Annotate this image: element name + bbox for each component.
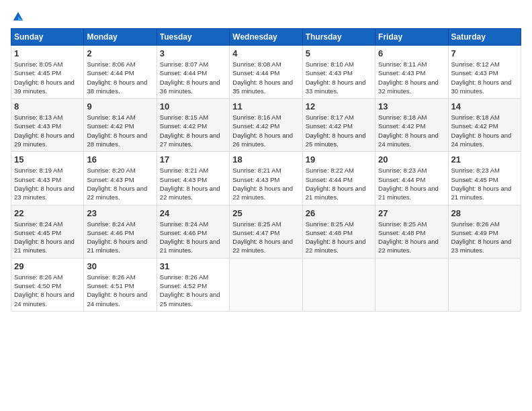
sunrise-label: Sunrise: 8:19 AM [14, 167, 62, 174]
logo-icon [12, 11, 24, 23]
empty-cell [448, 258, 521, 311]
sunset-label: Sunset: 4:50 PM [14, 282, 61, 289]
day-info: Sunrise: 8:24 AM Sunset: 4:46 PM Dayligh… [160, 220, 226, 255]
day-cell-18: 18 Sunrise: 8:21 AM Sunset: 4:43 PM Dayl… [230, 152, 302, 205]
sunrise-label: Sunrise: 8:11 AM [378, 60, 427, 68]
day-info: Sunrise: 8:25 AM Sunset: 4:48 PM Dayligh… [306, 220, 372, 255]
sunset-label: Sunset: 4:48 PM [378, 229, 425, 236]
day-cell-27: 27 Sunrise: 8:25 AM Sunset: 4:48 PM Dayl… [375, 205, 448, 258]
day-info: Sunrise: 8:19 AM Sunset: 4:43 PM Dayligh… [14, 166, 81, 201]
sunrise-label: Sunrise: 8:10 AM [306, 60, 354, 68]
day-info: Sunrise: 8:21 AM Sunset: 4:43 PM Dayligh… [160, 166, 226, 201]
daylight-label: Daylight: 8 hours and 23 minutes. [451, 238, 512, 254]
daylight-label: Daylight: 8 hours and 32 minutes. [378, 79, 439, 95]
week-row-5: 29 Sunrise: 8:26 AM Sunset: 4:50 PM Dayl… [11, 258, 521, 311]
sunrise-label: Sunrise: 8:24 AM [160, 220, 208, 228]
empty-cell [230, 258, 302, 311]
day-info: Sunrise: 8:10 AM Sunset: 4:43 PM Dayligh… [306, 60, 372, 95]
day-cell-1: 1 Sunrise: 8:05 AM Sunset: 4:45 PM Dayli… [11, 46, 84, 99]
daylight-label: Daylight: 8 hours and 29 minutes. [14, 132, 75, 148]
day-cell-2: 2 Sunrise: 8:06 AM Sunset: 4:44 PM Dayli… [84, 46, 157, 99]
day-number: 8 [14, 101, 81, 111]
calendar-table: Sunday Monday Tuesday Wednesday Thursday… [11, 28, 521, 312]
day-number: 11 [232, 101, 299, 111]
daylight-label: Daylight: 8 hours and 26 minutes. [232, 132, 293, 148]
col-friday: Friday [375, 29, 448, 46]
day-number: 26 [306, 208, 372, 218]
col-sunday: Sunday [11, 29, 84, 46]
logo [11, 11, 24, 23]
col-thursday: Thursday [302, 29, 375, 46]
day-number: 21 [451, 154, 518, 165]
sunrise-label: Sunrise: 8:15 AM [160, 113, 208, 121]
sunset-label: Sunset: 4:43 PM [14, 176, 61, 183]
sunrise-label: Sunrise: 8:26 AM [451, 220, 500, 228]
day-number: 20 [378, 154, 445, 165]
sunset-label: Sunset: 4:43 PM [160, 176, 207, 183]
sunset-label: Sunset: 4:51 PM [87, 282, 134, 289]
sunrise-label: Sunrise: 8:16 AM [232, 113, 281, 121]
day-cell-20: 20 Sunrise: 8:23 AM Sunset: 4:44 PM Dayl… [375, 152, 448, 205]
day-info: Sunrise: 8:08 AM Sunset: 4:44 PM Dayligh… [232, 60, 299, 95]
header [11, 11, 521, 23]
sunset-label: Sunset: 4:48 PM [306, 229, 353, 236]
day-info: Sunrise: 8:23 AM Sunset: 4:45 PM Dayligh… [451, 166, 518, 201]
day-number: 17 [160, 154, 226, 165]
sunset-label: Sunset: 4:42 PM [232, 122, 279, 130]
day-number: 31 [160, 261, 226, 271]
daylight-label: Daylight: 8 hours and 22 minutes. [87, 185, 147, 201]
sunrise-label: Sunrise: 8:26 AM [87, 273, 135, 281]
day-info: Sunrise: 8:11 AM Sunset: 4:43 PM Dayligh… [378, 60, 445, 95]
daylight-label: Daylight: 8 hours and 22 minutes. [232, 238, 293, 254]
daylight-label: Daylight: 8 hours and 24 minutes. [378, 132, 439, 148]
sunrise-label: Sunrise: 8:07 AM [160, 60, 208, 68]
day-cell-24: 24 Sunrise: 8:24 AM Sunset: 4:46 PM Dayl… [157, 205, 229, 258]
day-info: Sunrise: 8:05 AM Sunset: 4:45 PM Dayligh… [14, 60, 81, 95]
sunrise-label: Sunrise: 8:25 AM [306, 220, 354, 228]
sunrise-label: Sunrise: 8:23 AM [451, 167, 500, 174]
day-number: 12 [306, 101, 372, 111]
daylight-label: Daylight: 8 hours and 24 minutes. [451, 132, 512, 148]
day-number: 14 [451, 101, 518, 111]
sunrise-label: Sunrise: 8:05 AM [14, 60, 62, 68]
day-number: 7 [451, 48, 518, 58]
week-row-3: 15 Sunrise: 8:19 AM Sunset: 4:43 PM Dayl… [11, 152, 521, 205]
sunrise-label: Sunrise: 8:22 AM [306, 167, 354, 174]
day-number: 29 [14, 261, 81, 271]
sunset-label: Sunset: 4:43 PM [87, 176, 134, 183]
day-number: 9 [87, 101, 153, 111]
day-cell-30: 30 Sunrise: 8:26 AM Sunset: 4:51 PM Dayl… [84, 258, 157, 311]
sunset-label: Sunset: 4:45 PM [14, 229, 61, 236]
day-cell-7: 7 Sunrise: 8:12 AM Sunset: 4:43 PM Dayli… [448, 46, 521, 99]
sunrise-label: Sunrise: 8:23 AM [378, 167, 427, 174]
daylight-label: Daylight: 8 hours and 35 minutes. [232, 79, 293, 95]
daylight-label: Daylight: 8 hours and 22 minutes. [232, 185, 293, 201]
daylight-label: Daylight: 8 hours and 38 minutes. [87, 79, 147, 95]
day-cell-11: 11 Sunrise: 8:16 AM Sunset: 4:42 PM Dayl… [230, 99, 302, 152]
daylight-label: Daylight: 8 hours and 39 minutes. [14, 79, 75, 95]
sunset-label: Sunset: 4:44 PM [306, 176, 353, 183]
sunrise-label: Sunrise: 8:17 AM [306, 113, 354, 121]
sunrise-label: Sunrise: 8:24 AM [87, 220, 135, 228]
sunrise-label: Sunrise: 8:26 AM [14, 273, 62, 281]
day-cell-6: 6 Sunrise: 8:11 AM Sunset: 4:43 PM Dayli… [375, 46, 448, 99]
daylight-label: Daylight: 8 hours and 25 minutes. [160, 291, 220, 307]
sunset-label: Sunset: 4:44 PM [160, 69, 207, 77]
day-info: Sunrise: 8:26 AM Sunset: 4:51 PM Dayligh… [87, 273, 153, 308]
sunset-label: Sunset: 4:43 PM [14, 122, 61, 130]
sunrise-label: Sunrise: 8:18 AM [451, 113, 500, 121]
daylight-label: Daylight: 8 hours and 27 minutes. [160, 132, 220, 148]
week-row-2: 8 Sunrise: 8:13 AM Sunset: 4:43 PM Dayli… [11, 99, 521, 152]
sunrise-label: Sunrise: 8:12 AM [451, 60, 500, 68]
sunset-label: Sunset: 4:43 PM [306, 69, 353, 77]
sunset-label: Sunset: 4:52 PM [160, 282, 207, 289]
day-number: 18 [232, 154, 299, 165]
day-info: Sunrise: 8:14 AM Sunset: 4:42 PM Dayligh… [87, 113, 153, 148]
day-info: Sunrise: 8:13 AM Sunset: 4:43 PM Dayligh… [14, 113, 81, 148]
day-info: Sunrise: 8:06 AM Sunset: 4:44 PM Dayligh… [87, 60, 153, 95]
day-cell-29: 29 Sunrise: 8:26 AM Sunset: 4:50 PM Dayl… [11, 258, 84, 311]
day-number: 23 [87, 208, 153, 218]
daylight-label: Daylight: 8 hours and 24 minutes. [87, 291, 147, 307]
day-number: 3 [160, 48, 226, 58]
sunrise-label: Sunrise: 8:14 AM [87, 113, 135, 121]
